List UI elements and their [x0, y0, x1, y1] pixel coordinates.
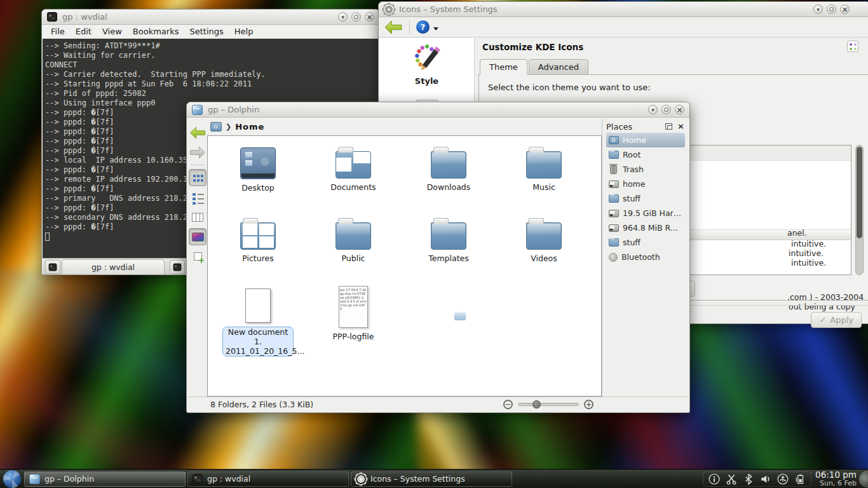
scrollbar-thumb[interactable] [857, 147, 862, 238]
file-icon[interactable] [526, 151, 562, 179]
preview-button[interactable] [189, 228, 207, 245]
back-button[interactable] [189, 124, 207, 141]
close-button[interactable] [365, 12, 374, 22]
breadcrumb-home[interactable]: Home [235, 122, 264, 132]
minimize-button[interactable] [338, 12, 348, 22]
apply-button[interactable]: ✓ Apply [811, 312, 862, 328]
file-label[interactable]: PPP-logfile [309, 332, 398, 341]
settings-titlebar[interactable]: Icons – System Settings [379, 2, 868, 17]
minimize-button[interactable] [813, 4, 823, 14]
close-button[interactable] [675, 105, 684, 114]
volume-icon[interactable] [760, 473, 771, 485]
taskbar-task[interactable]: gp : wvdial [187, 471, 349, 487]
file-icon[interactable] [245, 288, 271, 323]
places-item[interactable]: stuff [606, 235, 685, 250]
details-view-button[interactable] [189, 189, 207, 206]
file-label[interactable]: New document 1.2011_01_20_16_5... [222, 327, 294, 356]
file-label[interactable]: Public [309, 254, 398, 263]
klipper-scissors-icon[interactable] [726, 473, 737, 485]
file-entry[interactable]: Public [306, 215, 401, 282]
file-entry[interactable]: New document 1.2011_01_20_16_5... [210, 286, 306, 353]
clock[interactable]: 06:10 pm Sun, 6 Feb [815, 471, 857, 487]
file-entry[interactable]: Downloads [401, 144, 496, 211]
menu-item[interactable]: Bookmarks [133, 27, 179, 36]
places-item[interactable]: Home [606, 133, 685, 147]
usb-device-icon[interactable] [777, 473, 789, 485]
file-entry[interactable]: Desktop [210, 144, 306, 211]
taskbar-task[interactable]: Icons – System Settings [351, 471, 512, 487]
zoom-slider[interactable] [518, 403, 579, 406]
file-entry[interactable]: Jan 17 09:4 7:18 gp-Asp ire-5738 pp pd[1… [306, 286, 401, 353]
terminal-line: --> Starting pppd at Sun Feb 6 18:08:22 … [45, 79, 377, 89]
close-button[interactable] [840, 4, 850, 14]
places-item[interactable]: 964.8 MiB Remov... [606, 220, 685, 235]
zoom-slider-handle[interactable] [532, 400, 541, 409]
places-item[interactable]: 19.5 GiB Hard Drive [606, 206, 685, 220]
tab[interactable]: Theme [480, 59, 527, 75]
file-icon[interactable] [431, 151, 466, 179]
scrollbar[interactable] [855, 145, 864, 275]
bluetooth-icon[interactable] [743, 473, 754, 485]
menu-item[interactable]: View [102, 27, 122, 36]
places-item[interactable]: Root [606, 147, 685, 162]
file-entry[interactable]: Documents [306, 144, 401, 211]
dolphin-titlebar[interactable]: gp – Dolphin [187, 102, 689, 118]
split-view-button[interactable] [189, 248, 207, 265]
file-label[interactable]: Desktop [214, 183, 302, 193]
task-icon [193, 474, 203, 484]
file-icon[interactable] [336, 222, 371, 250]
minimize-button[interactable] [648, 105, 658, 114]
launcher-icon[interactable] [3, 470, 21, 488]
file-icon[interactable] [431, 222, 466, 250]
panel-cashew-icon[interactable] [859, 471, 868, 487]
places-item[interactable]: home [606, 177, 685, 191]
float-panel-icon[interactable] [665, 123, 672, 130]
file-icon[interactable] [526, 222, 562, 250]
file-view[interactable]: Desktop Documents [207, 135, 602, 396]
maximize-button[interactable] [827, 4, 836, 14]
columns-view-button[interactable] [189, 208, 207, 226]
help-icon[interactable]: ? [416, 20, 430, 34]
zoom-out-button[interactable]: − [503, 400, 513, 409]
zoom-in-button[interactable]: + [584, 400, 593, 409]
file-label[interactable]: Templates [404, 254, 493, 263]
menu-item[interactable]: Edit [76, 27, 92, 36]
places-item[interactable]: stuff [606, 191, 685, 206]
chevron-down-icon[interactable] [433, 27, 438, 33]
home-folder-icon[interactable] [210, 122, 222, 132]
style-icon[interactable] [412, 43, 442, 72]
taskbar-task[interactable]: gp – Dolphin [24, 471, 186, 487]
file-entry[interactable]: Pictures [210, 215, 306, 282]
file-entry[interactable]: Templates [401, 215, 496, 282]
places-item[interactable]: Trash [606, 162, 685, 177]
file-label[interactable]: Pictures [214, 254, 302, 263]
file-entry[interactable]: Videos [496, 215, 592, 282]
new-tab-button[interactable] [45, 260, 60, 274]
file-icon[interactable] [336, 151, 371, 179]
tab[interactable]: Advanced [529, 59, 588, 75]
maximize-button[interactable] [351, 12, 361, 22]
file-icon[interactable] [240, 222, 276, 250]
places-item[interactable]: Bluetooth [606, 250, 685, 264]
tab-list-button[interactable] [170, 260, 185, 274]
file-label[interactable]: Music [499, 182, 588, 192]
file-icon[interactable] [240, 147, 276, 179]
file-entry[interactable]: Music [496, 144, 592, 211]
battery-icon[interactable] [794, 473, 806, 485]
maximize-button[interactable] [661, 105, 671, 114]
konsole-titlebar[interactable]: gp : wvdial [42, 10, 379, 25]
forward-button[interactable] [189, 144, 207, 161]
menu-item[interactable]: Help [234, 27, 254, 36]
back-arrow-icon[interactable] [384, 20, 403, 35]
file-label[interactable]: Videos [499, 254, 588, 263]
menu-item[interactable]: Settings [189, 27, 223, 36]
sidebar-item-style[interactable]: Style [379, 76, 474, 86]
konsole-tab[interactable]: gp : wvdial [62, 259, 165, 274]
file-label[interactable]: Downloads [404, 182, 493, 192]
file-icon[interactable]: Jan 17 09:4 7:18 gp-Asp ire-5738 pp pd[1… [339, 286, 368, 328]
close-panel-icon[interactable]: × [677, 123, 685, 130]
info-icon[interactable] [709, 473, 720, 485]
icons-view-button[interactable] [189, 169, 207, 186]
file-label[interactable]: Documents [309, 182, 398, 192]
menu-item[interactable]: File [51, 27, 65, 36]
